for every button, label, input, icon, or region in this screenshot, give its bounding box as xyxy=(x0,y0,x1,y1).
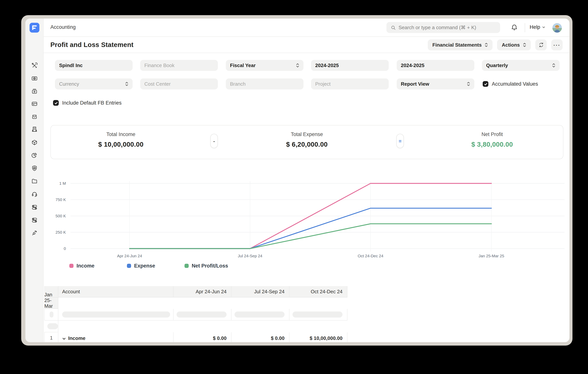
table-row-income: 1 Income $ 0.00 $ 0.00 $ 10,00,000.00 $ … xyxy=(44,332,405,342)
notifications-bell-icon[interactable] xyxy=(511,24,518,31)
table-filter-row xyxy=(44,309,405,332)
svg-text:Jul 24-Sep 24: Jul 24-Sep 24 xyxy=(238,254,262,258)
checkbox-checked-icon xyxy=(53,100,59,106)
avatar[interactable] xyxy=(552,23,562,32)
income-legend-label: Income xyxy=(76,263,94,269)
svg-text:0: 0 xyxy=(64,246,66,251)
collapse-chevron-icon[interactable] xyxy=(62,336,66,340)
toggles-alt-icon[interactable] xyxy=(31,217,38,224)
period-basis-select[interactable]: Fiscal Year xyxy=(226,60,304,71)
workspace-title: Accounting xyxy=(50,24,76,30)
folder-icon[interactable] xyxy=(31,178,38,184)
net-profit-label: Net Profit xyxy=(447,131,538,137)
account-filter-cell[interactable] xyxy=(58,309,174,321)
q4-filter-cell[interactable] xyxy=(44,321,58,332)
include-default-fb-label: Include Default FB Entries xyxy=(62,100,122,106)
company-filter[interactable]: Spindl Inc xyxy=(55,60,133,71)
select-chevrons-icon xyxy=(552,63,556,68)
tools-icon[interactable] xyxy=(31,62,38,69)
money-cell: $ 0.00 xyxy=(231,332,289,342)
total-income-label: Total Income xyxy=(75,131,166,137)
report-view-select[interactable]: Report View xyxy=(397,78,474,89)
financial-statements-label: Financial Statements xyxy=(432,42,482,48)
sidebar xyxy=(25,19,43,342)
legend-income[interactable]: Income xyxy=(69,263,94,269)
currency-select[interactable]: Currency xyxy=(55,78,133,89)
checkbox-checked-icon xyxy=(483,81,488,87)
help-menu[interactable]: Help xyxy=(530,24,546,30)
expense-legend-label: Expense xyxy=(134,263,155,269)
page-header-actions: Financial Statements Actions ··· xyxy=(428,39,563,50)
minus-operator: - xyxy=(210,134,218,148)
accumulated-values-label: Accumulated Values xyxy=(492,81,538,87)
plug-icon[interactable] xyxy=(31,230,38,236)
end-year-filter[interactable]: 2024-2025 xyxy=(397,60,474,71)
project-placeholder: Project xyxy=(315,81,385,87)
q2-filter-cell[interactable] xyxy=(231,309,289,321)
topbar-divider xyxy=(525,23,525,32)
net-profit-stat: Net Profit $ 3,80,000.00 xyxy=(447,131,538,149)
package-icon[interactable] xyxy=(31,139,38,146)
minus-sign: - xyxy=(213,138,215,144)
screen-background: Accounting Search or type a command (⌘ +… xyxy=(0,0,588,374)
app-window-content: Accounting Search or type a command (⌘ +… xyxy=(25,19,569,342)
total-expense-value: $ 6,20,000.00 xyxy=(262,140,352,149)
accumulated-values-checkbox[interactable]: Accumulated Values xyxy=(483,81,538,87)
headset-icon[interactable] xyxy=(31,191,38,197)
money-cell: $ 0.00 xyxy=(174,332,231,342)
shopping-bag-icon[interactable] xyxy=(31,113,38,120)
search-input[interactable]: Search or type a command (⌘ + K) xyxy=(387,22,500,33)
pie-chart-icon[interactable] xyxy=(31,152,38,159)
table-header-row: Account Apr 24-Jun 24 Jul 24-Sep 24 Oct … xyxy=(44,286,405,309)
toggles-icon[interactable] xyxy=(31,204,38,211)
q2-column-header[interactable]: Jul 24-Sep 24 xyxy=(231,286,289,298)
legend-expense[interactable]: Expense xyxy=(127,263,155,269)
finance-book-placeholder: Finance Book xyxy=(144,63,214,68)
cash-icon[interactable] xyxy=(31,75,38,82)
start-year-filter[interactable]: 2024-2025 xyxy=(311,60,389,71)
svg-text:750 K: 750 K xyxy=(55,197,66,202)
help-label: Help xyxy=(530,24,540,30)
total-expense-label: Total Expense xyxy=(262,131,352,137)
branch-filter[interactable]: Branch xyxy=(226,78,304,89)
periodicity-select[interactable]: Quarterly xyxy=(482,60,560,71)
q3-filter-cell[interactable] xyxy=(289,309,347,321)
q3-column-header[interactable]: Oct 24-Dec 24 xyxy=(289,286,347,298)
include-default-fb-checkbox[interactable]: Include Default FB Entries xyxy=(53,100,122,106)
refresh-button[interactable] xyxy=(535,39,547,50)
cost-center-filter[interactable]: Cost Center xyxy=(140,78,218,89)
search-icon xyxy=(391,25,396,30)
actions-dropdown[interactable]: Actions xyxy=(497,39,531,50)
start-year-value: 2024-2025 xyxy=(315,63,385,68)
svg-text:1 M: 1 M xyxy=(59,181,66,185)
till-icon[interactable] xyxy=(31,88,38,95)
building-icon[interactable] xyxy=(31,126,38,133)
more-menu-button[interactable]: ··· xyxy=(551,39,563,50)
chevron-down-icon xyxy=(542,25,546,29)
shield-check-icon[interactable] xyxy=(31,165,38,172)
account-name: Income xyxy=(68,335,85,341)
period-basis-value: Fiscal Year xyxy=(230,63,296,68)
legend-net-profit-loss[interactable]: Net Profit/Loss xyxy=(185,263,228,269)
project-filter[interactable]: Project xyxy=(311,78,389,89)
q1-column-header[interactable]: Apr 24-Jun 24 xyxy=(174,286,231,298)
card-icon[interactable] xyxy=(31,100,38,107)
q1-filter-cell[interactable] xyxy=(174,309,231,321)
app-logo-icon[interactable] xyxy=(30,23,39,32)
account-column-header[interactable]: Account xyxy=(58,286,174,298)
end-year-value: 2024-2025 xyxy=(401,63,470,68)
report-table: Account Apr 24-Jun 24 Jul 24-Sep 24 Oct … xyxy=(44,286,405,342)
row-number-filter-cell[interactable] xyxy=(44,309,58,321)
expense-legend-chip xyxy=(127,264,131,268)
q4-column-header[interactable]: Jan 25-Mar 25 xyxy=(44,298,58,309)
main-area: Accounting Search or type a command (⌘ +… xyxy=(43,19,569,342)
actions-label: Actions xyxy=(502,42,520,48)
finance-book-filter[interactable]: Finance Book xyxy=(140,60,218,71)
profit-loss-line-chart[interactable]: 1 M750 K500 K250 K0Apr 24-Jun 24Jul 24-S… xyxy=(53,178,568,260)
currency-placeholder: Currency xyxy=(59,81,125,87)
account-cell-income[interactable]: Income xyxy=(58,332,174,342)
financial-statements-dropdown[interactable]: Financial Statements xyxy=(428,39,493,50)
svg-text:Jan 25-Mar 25: Jan 25-Mar 25 xyxy=(479,254,504,258)
company-value: Spindl Inc xyxy=(59,63,128,68)
net-profit-loss-legend-chip xyxy=(185,264,189,268)
